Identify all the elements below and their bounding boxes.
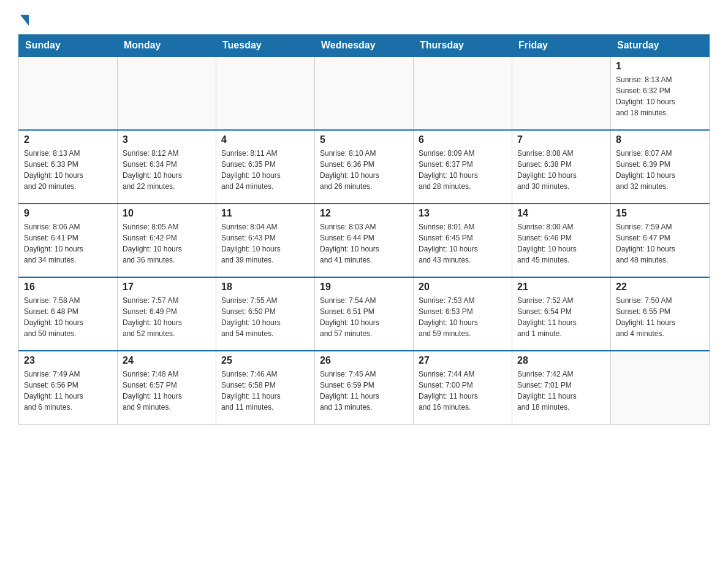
calendar-cell: 3Sunrise: 8:12 AM Sunset: 6:34 PM Daylig… bbox=[118, 130, 216, 204]
week-row-2: 2Sunrise: 8:13 AM Sunset: 6:33 PM Daylig… bbox=[19, 130, 710, 204]
day-number: 5 bbox=[320, 134, 408, 145]
week-row-5: 23Sunrise: 7:49 AM Sunset: 6:56 PM Dayli… bbox=[19, 351, 710, 424]
day-info: Sunrise: 8:13 AM Sunset: 6:33 PM Dayligh… bbox=[24, 148, 112, 192]
day-number: 15 bbox=[616, 208, 704, 219]
week-row-1: 1Sunrise: 8:13 AM Sunset: 6:32 PM Daylig… bbox=[19, 56, 710, 130]
day-info: Sunrise: 8:01 AM Sunset: 6:45 PM Dayligh… bbox=[419, 221, 507, 266]
calendar-cell: 11Sunrise: 8:04 AM Sunset: 6:43 PM Dayli… bbox=[216, 204, 315, 277]
day-number: 12 bbox=[320, 208, 408, 219]
calendar-cell bbox=[315, 56, 414, 130]
day-number: 4 bbox=[221, 134, 309, 145]
day-info: Sunrise: 8:08 AM Sunset: 6:38 PM Dayligh… bbox=[517, 148, 605, 192]
day-info: Sunrise: 7:45 AM Sunset: 6:59 PM Dayligh… bbox=[320, 369, 408, 413]
calendar-cell: 20Sunrise: 7:53 AM Sunset: 6:53 PM Dayli… bbox=[414, 277, 512, 351]
day-number: 18 bbox=[221, 282, 309, 293]
weekday-header-saturday: Saturday bbox=[611, 35, 710, 57]
day-number: 2 bbox=[24, 134, 112, 145]
day-info: Sunrise: 7:49 AM Sunset: 6:56 PM Dayligh… bbox=[24, 369, 112, 413]
calendar-cell: 6Sunrise: 8:09 AM Sunset: 6:37 PM Daylig… bbox=[414, 130, 512, 204]
calendar-cell: 4Sunrise: 8:11 AM Sunset: 6:35 PM Daylig… bbox=[216, 130, 315, 204]
calendar-cell: 10Sunrise: 8:05 AM Sunset: 6:42 PM Dayli… bbox=[118, 204, 216, 277]
week-row-4: 16Sunrise: 7:58 AM Sunset: 6:48 PM Dayli… bbox=[19, 277, 710, 351]
day-info: Sunrise: 7:57 AM Sunset: 6:49 PM Dayligh… bbox=[123, 295, 211, 339]
day-number: 17 bbox=[123, 282, 211, 293]
day-number: 7 bbox=[517, 134, 605, 145]
calendar-cell: 16Sunrise: 7:58 AM Sunset: 6:48 PM Dayli… bbox=[19, 277, 118, 351]
day-number: 23 bbox=[24, 355, 112, 366]
calendar-cell bbox=[611, 351, 710, 424]
day-number: 25 bbox=[221, 355, 309, 366]
day-number: 24 bbox=[123, 355, 211, 366]
day-number: 11 bbox=[221, 208, 309, 219]
day-number: 10 bbox=[123, 208, 211, 219]
day-info: Sunrise: 8:11 AM Sunset: 6:35 PM Dayligh… bbox=[221, 148, 309, 192]
day-number: 9 bbox=[24, 208, 112, 219]
weekday-header-wednesday: Wednesday bbox=[315, 35, 414, 57]
calendar-cell: 22Sunrise: 7:50 AM Sunset: 6:55 PM Dayli… bbox=[611, 277, 710, 351]
day-number: 26 bbox=[320, 355, 408, 366]
day-number: 19 bbox=[320, 282, 408, 293]
calendar-cell: 28Sunrise: 7:42 AM Sunset: 7:01 PM Dayli… bbox=[512, 351, 611, 424]
calendar-header-row: SundayMondayTuesdayWednesdayThursdayFrid… bbox=[19, 35, 710, 57]
day-info: Sunrise: 7:59 AM Sunset: 6:47 PM Dayligh… bbox=[616, 221, 704, 266]
logo bbox=[18, 12, 29, 23]
day-number: 1 bbox=[616, 61, 704, 72]
calendar-cell: 25Sunrise: 7:46 AM Sunset: 6:58 PM Dayli… bbox=[216, 351, 315, 424]
day-info: Sunrise: 7:50 AM Sunset: 6:55 PM Dayligh… bbox=[616, 295, 704, 339]
calendar-cell: 15Sunrise: 7:59 AM Sunset: 6:47 PM Dayli… bbox=[611, 204, 710, 277]
day-info: Sunrise: 7:44 AM Sunset: 7:00 PM Dayligh… bbox=[419, 369, 507, 413]
day-info: Sunrise: 8:05 AM Sunset: 6:42 PM Dayligh… bbox=[123, 221, 211, 266]
weekday-header-monday: Monday bbox=[118, 35, 216, 57]
week-row-3: 9Sunrise: 8:06 AM Sunset: 6:41 PM Daylig… bbox=[19, 204, 710, 277]
page-header bbox=[18, 12, 710, 23]
day-info: Sunrise: 7:42 AM Sunset: 7:01 PM Dayligh… bbox=[517, 369, 605, 413]
day-info: Sunrise: 8:07 AM Sunset: 6:39 PM Dayligh… bbox=[616, 148, 704, 192]
calendar-cell bbox=[414, 56, 512, 130]
day-info: Sunrise: 7:55 AM Sunset: 6:50 PM Dayligh… bbox=[221, 295, 309, 339]
day-info: Sunrise: 8:04 AM Sunset: 6:43 PM Dayligh… bbox=[221, 221, 309, 266]
day-info: Sunrise: 8:10 AM Sunset: 6:36 PM Dayligh… bbox=[320, 148, 408, 192]
day-info: Sunrise: 8:13 AM Sunset: 6:32 PM Dayligh… bbox=[616, 74, 704, 118]
day-info: Sunrise: 8:12 AM Sunset: 6:34 PM Dayligh… bbox=[123, 148, 211, 192]
day-info: Sunrise: 7:46 AM Sunset: 6:58 PM Dayligh… bbox=[221, 369, 309, 413]
day-info: Sunrise: 7:52 AM Sunset: 6:54 PM Dayligh… bbox=[517, 295, 605, 339]
calendar-cell bbox=[512, 56, 611, 130]
weekday-header-tuesday: Tuesday bbox=[216, 35, 315, 57]
calendar-cell: 17Sunrise: 7:57 AM Sunset: 6:49 PM Dayli… bbox=[118, 277, 216, 351]
day-info: Sunrise: 8:00 AM Sunset: 6:46 PM Dayligh… bbox=[517, 221, 605, 266]
calendar-cell: 5Sunrise: 8:10 AM Sunset: 6:36 PM Daylig… bbox=[315, 130, 414, 204]
day-number: 8 bbox=[616, 134, 704, 145]
calendar-cell: 18Sunrise: 7:55 AM Sunset: 6:50 PM Dayli… bbox=[216, 277, 315, 351]
weekday-header-sunday: Sunday bbox=[19, 35, 118, 57]
calendar-cell: 14Sunrise: 8:00 AM Sunset: 6:46 PM Dayli… bbox=[512, 204, 611, 277]
day-info: Sunrise: 7:53 AM Sunset: 6:53 PM Dayligh… bbox=[419, 295, 507, 339]
day-number: 14 bbox=[517, 208, 605, 219]
day-info: Sunrise: 7:48 AM Sunset: 6:57 PM Dayligh… bbox=[123, 369, 211, 413]
calendar-cell: 27Sunrise: 7:44 AM Sunset: 7:00 PM Dayli… bbox=[414, 351, 512, 424]
calendar-cell: 1Sunrise: 8:13 AM Sunset: 6:32 PM Daylig… bbox=[611, 56, 710, 130]
day-number: 3 bbox=[123, 134, 211, 145]
day-number: 22 bbox=[616, 282, 704, 293]
calendar-cell: 21Sunrise: 7:52 AM Sunset: 6:54 PM Dayli… bbox=[512, 277, 611, 351]
day-info: Sunrise: 7:54 AM Sunset: 6:51 PM Dayligh… bbox=[320, 295, 408, 339]
weekday-header-thursday: Thursday bbox=[414, 35, 512, 57]
calendar-cell: 12Sunrise: 8:03 AM Sunset: 6:44 PM Dayli… bbox=[315, 204, 414, 277]
day-info: Sunrise: 8:03 AM Sunset: 6:44 PM Dayligh… bbox=[320, 221, 408, 266]
calendar-cell: 19Sunrise: 7:54 AM Sunset: 6:51 PM Dayli… bbox=[315, 277, 414, 351]
calendar-cell bbox=[118, 56, 216, 130]
calendar-cell: 24Sunrise: 7:48 AM Sunset: 6:57 PM Dayli… bbox=[118, 351, 216, 424]
logo-arrow-icon bbox=[20, 15, 29, 26]
day-number: 20 bbox=[419, 282, 507, 293]
calendar-cell: 8Sunrise: 8:07 AM Sunset: 6:39 PM Daylig… bbox=[611, 130, 710, 204]
day-info: Sunrise: 8:06 AM Sunset: 6:41 PM Dayligh… bbox=[24, 221, 112, 266]
day-number: 28 bbox=[517, 355, 605, 366]
calendar-cell: 26Sunrise: 7:45 AM Sunset: 6:59 PM Dayli… bbox=[315, 351, 414, 424]
calendar-table: SundayMondayTuesdayWednesdayThursdayFrid… bbox=[18, 34, 710, 425]
calendar-cell: 9Sunrise: 8:06 AM Sunset: 6:41 PM Daylig… bbox=[19, 204, 118, 277]
day-number: 27 bbox=[419, 355, 507, 366]
weekday-header-friday: Friday bbox=[512, 35, 611, 57]
day-info: Sunrise: 8:09 AM Sunset: 6:37 PM Dayligh… bbox=[419, 148, 507, 192]
calendar-cell: 2Sunrise: 8:13 AM Sunset: 6:33 PM Daylig… bbox=[19, 130, 118, 204]
day-number: 21 bbox=[517, 282, 605, 293]
calendar-cell: 13Sunrise: 8:01 AM Sunset: 6:45 PM Dayli… bbox=[414, 204, 512, 277]
